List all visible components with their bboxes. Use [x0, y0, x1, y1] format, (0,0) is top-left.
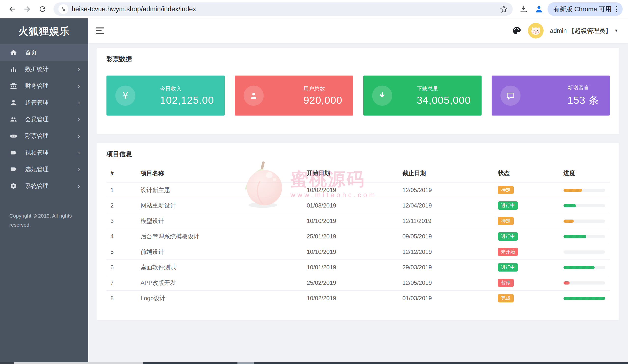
stat-label: 用户总数: [304, 85, 342, 92]
status-badge: 未开始: [498, 248, 518, 256]
row-index: 2: [106, 198, 137, 214]
stat-label: 今日收入: [160, 85, 214, 92]
app-header: admin 【超级管理员】 ▼: [88, 18, 628, 43]
end-date: 09/05/2019: [398, 229, 494, 244]
sidebar-item-label: 选妃管理: [25, 165, 49, 173]
chevron-right-icon: ›: [78, 83, 80, 89]
profile-icon: [535, 5, 543, 13]
download-icon: [520, 5, 528, 13]
sidebar-item-system[interactable]: 系统管理 ›: [0, 178, 88, 194]
hamburger-menu-icon[interactable]: [96, 25, 106, 36]
status-badge: 完成: [498, 294, 514, 303]
sidebar-item-superadmin[interactable]: 超管管理 ›: [0, 94, 88, 111]
chevron-right-icon: ›: [78, 166, 80, 172]
sidebar-item-label: 会员管理: [25, 115, 49, 123]
status-badge: 进行中: [498, 201, 518, 210]
project-name: 前端设计: [137, 244, 303, 260]
avatar[interactable]: [528, 23, 544, 39]
reload-icon: [38, 5, 47, 13]
table-row: 1 设计新主题 10/02/2019 12/05/2019 待定: [106, 182, 610, 198]
videocam-icon: [9, 165, 18, 173]
forward-arrow-icon: [23, 5, 31, 13]
table-row: 7 APP改版开发 25/02/2019 12/05/2019 暂停: [106, 275, 610, 291]
stat-label: 新增留言: [567, 84, 599, 91]
sidebar-item-video[interactable]: 视频管理 ›: [0, 144, 88, 161]
col-project-name: 项目名称: [137, 165, 303, 182]
address-bar[interactable]: heise-tcvue.hwym.shop/admin/index/index: [54, 2, 513, 16]
stat-card-messages: 新增留言 153 条: [492, 75, 610, 116]
status-badge: 进行中: [498, 263, 518, 272]
progress-bar: [563, 204, 605, 207]
start-date: 10/01/2019: [303, 260, 398, 275]
start-date: 10/10/2019: [303, 244, 398, 260]
stat-value: 920,000: [304, 94, 342, 106]
start-date: 25/01/2019: [303, 229, 398, 244]
site-info-icon[interactable]: [58, 4, 68, 14]
section-title-projects: 项目信息: [106, 150, 610, 158]
profile-button[interactable]: [532, 2, 546, 16]
stat-card-users: 用户总数 920,000: [235, 75, 353, 116]
chrome-update-badge[interactable]: 有新版 Chrome 可用: [548, 2, 623, 16]
bank-icon: [9, 82, 18, 90]
table-row: 4 后台管理系统模板设计 25/01/2019 09/05/2019 进行中: [106, 229, 610, 244]
status-badge: 暂停: [498, 279, 514, 287]
user-dropdown[interactable]: admin 【超级管理员】 ▼: [550, 27, 618, 35]
caret-down-icon: ▼: [614, 28, 618, 33]
sidebar-item-members[interactable]: 会员管理 ›: [0, 111, 88, 128]
sidebar-item-statistics[interactable]: 数据统计 ›: [0, 61, 88, 77]
user-icon: [9, 98, 18, 107]
bookmark-star-icon[interactable]: [500, 5, 508, 13]
start-date: 10/02/2019: [303, 291, 398, 306]
download-arrow-icon: [372, 86, 392, 106]
sidebar-item-label: 视频管理: [25, 149, 49, 156]
person-icon: [243, 86, 264, 106]
stat-card-income: ¥ 今日收入 102,125.00: [106, 75, 225, 116]
progress-bar: [563, 250, 605, 254]
sidebar-item-finance[interactable]: 财务管理 ›: [0, 77, 88, 94]
project-info-panel: 项目信息: [97, 143, 619, 320]
chrome-update-text: 有新版 Chrome 可用: [553, 5, 612, 13]
sidebar-item-home[interactable]: 首页: [0, 44, 88, 61]
end-date: 12/05/2019: [398, 182, 494, 198]
videocam-icon: [9, 148, 18, 157]
forward-button[interactable]: [21, 2, 34, 16]
chevron-right-icon: ›: [78, 149, 80, 156]
sidebar-item-lottery[interactable]: 彩票管理 ›: [0, 128, 88, 144]
progress-bar: [563, 297, 605, 300]
end-date: 12/04/2019: [398, 198, 494, 214]
stat-card-downloads: 下载总量 34,005,000: [363, 75, 481, 116]
reload-button[interactable]: [36, 2, 49, 16]
project-name: 桌面软件测试: [137, 260, 303, 275]
sidebar-item-xuanfei[interactable]: 选妃管理 ›: [0, 161, 88, 178]
table-row: 5 前端设计 10/10/2019 12/12/2019 未开始: [106, 244, 610, 260]
taskbar-strip: [0, 362, 628, 364]
end-date: 12/12/2019: [398, 244, 494, 260]
progress-bar: [563, 235, 605, 238]
chevron-right-icon: ›: [78, 66, 80, 72]
sidebar-item-label: 首页: [25, 49, 37, 56]
project-name: Logo设计: [137, 291, 303, 306]
download-button[interactable]: [517, 2, 530, 16]
table-row: 6 桌面软件测试 10/01/2019 29/03/2019 进行中: [106, 260, 610, 275]
yen-icon: ¥: [115, 86, 135, 106]
end-date: 01/03/2019: [398, 291, 494, 306]
theme-palette-icon[interactable]: [512, 26, 522, 36]
status-badge: 待定: [498, 186, 514, 195]
browser-menu-icon[interactable]: [614, 5, 619, 14]
url-text[interactable]: heise-tcvue.hwym.shop/admin/index/index: [72, 5, 496, 13]
user-name: admin 【超级管理员】: [550, 27, 611, 35]
sidebar-item-label: 系统管理: [25, 182, 49, 190]
sidebar-menu: 首页 数据统计 › 财务管理 › 超管管理: [0, 44, 88, 194]
back-button[interactable]: [5, 2, 19, 16]
section-title-lottery: 彩票数据: [106, 55, 610, 63]
progress-bar: [563, 281, 605, 285]
row-index: 1: [106, 182, 137, 198]
sidebar-item-label: 数据统计: [25, 65, 49, 73]
stat-value: 102,125.00: [160, 94, 214, 106]
progress-bar: [563, 189, 605, 192]
project-name: APP改版开发: [137, 275, 303, 291]
chevron-right-icon: ›: [78, 133, 80, 139]
sidebar-item-label: 超管管理: [25, 99, 49, 106]
project-name: 网站重新设计: [137, 198, 303, 214]
main-content: 彩票数据 ¥ 今日收入 102,125.00: [88, 43, 628, 364]
